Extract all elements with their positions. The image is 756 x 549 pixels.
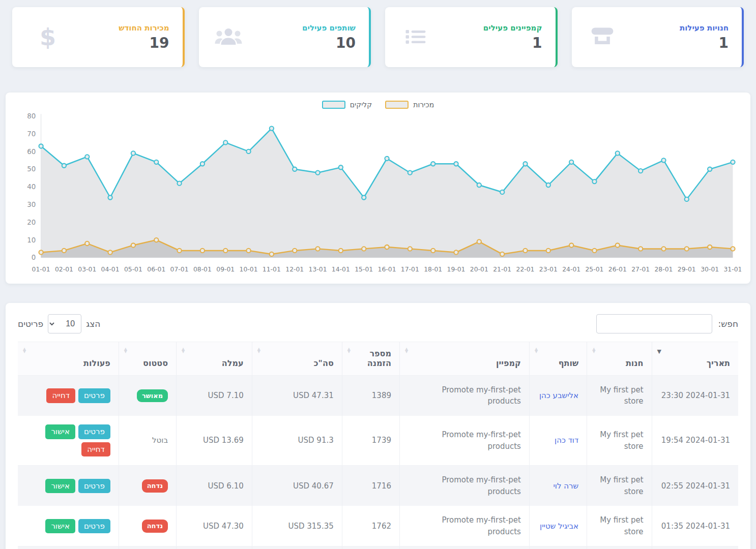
column-header-label: שותף	[559, 358, 578, 368]
details-button[interactable]: פרטים	[78, 388, 110, 403]
svg-text:09-01: 09-01	[216, 266, 235, 273]
cell-campaign	[400, 546, 530, 549]
cell-store: My first pet store	[587, 375, 652, 416]
table-search-group: חפש:	[596, 314, 739, 333]
svg-text:20-01: 20-01	[470, 266, 488, 273]
partner-link[interactable]: שרה לוי	[554, 481, 579, 491]
table-row: 2024-01-31 02:55My first pet storeשרה לו…	[18, 466, 738, 506]
reject-button[interactable]: דחייה	[81, 442, 110, 457]
legend-item-מכירות[interactable]: מכירות	[385, 101, 434, 109]
column-header-actions[interactable]: פעולות▲▼	[18, 342, 119, 375]
svg-text:31-01: 31-01	[723, 266, 741, 273]
column-header-label: מספר הזמנה	[367, 349, 391, 368]
cell-actions: פרטיםאישור	[18, 466, 119, 506]
svg-text:40: 40	[27, 183, 36, 191]
partner-link[interactable]: דוד כהן	[555, 436, 578, 445]
cell-date	[652, 546, 738, 549]
svg-text:04-01: 04-01	[101, 266, 120, 273]
column-header-partner[interactable]: שותף▲▼	[529, 342, 587, 375]
details-button[interactable]: פרטים	[78, 424, 110, 439]
column-header-label: חנות	[626, 358, 644, 368]
column-header-store[interactable]: חנות▲▼	[587, 342, 652, 375]
cell-partner: אביגיל שטיין	[529, 506, 587, 546]
status-badge-rejected: נדחה	[142, 479, 168, 493]
column-header-order[interactable]: מספר הזמנה▲▼	[342, 342, 399, 375]
column-header-label: סטטוס	[143, 358, 168, 368]
page-size-group: הצג 10 פריטים	[18, 314, 100, 333]
cell-date: 2024-01-31 02:55	[652, 466, 738, 506]
svg-text:30: 30	[27, 201, 36, 208]
cell-order	[342, 546, 399, 549]
approve-button[interactable]: אישור	[45, 519, 75, 534]
cell-store: My first pet store	[587, 506, 652, 546]
svg-text:26-01: 26-01	[608, 266, 627, 273]
svg-text:70: 70	[27, 130, 36, 138]
svg-text:22-01: 22-01	[516, 266, 535, 273]
svg-text:13-01: 13-01	[309, 266, 327, 273]
svg-text:0: 0	[32, 254, 36, 261]
svg-text:12-01: 12-01	[285, 266, 304, 273]
cell-date: 2024-01-31 19:54	[652, 416, 738, 466]
details-button[interactable]: פרטים	[78, 519, 110, 534]
column-header-commission[interactable]: עמלה▲▼	[177, 342, 252, 375]
stat-card-sales: מכירות החודש19$	[12, 7, 185, 67]
status-badge-rejected: נדחה	[142, 520, 168, 533]
partner-link[interactable]: אלישבע כהן	[539, 391, 578, 400]
table-row: 2024-01-31 19:54My first pet storeדוד כה…	[18, 416, 738, 466]
sort-both-icon: ▲▼	[347, 348, 351, 353]
column-header-status[interactable]: סטטוס▲▼	[119, 342, 176, 375]
svg-text:24-01: 24-01	[562, 266, 580, 273]
stat-card-title: חנויות פעילות	[680, 23, 729, 33]
sort-both-icon: ▲▼	[124, 348, 127, 353]
cell-store	[587, 546, 652, 549]
show-label: הצג	[86, 319, 100, 329]
cell-status: מאושר	[119, 375, 176, 416]
cell-date: 2024-01-31 01:35	[652, 506, 738, 546]
column-header-label: קמפיין	[496, 358, 521, 368]
stat-card-info: חנויות פעילות1	[680, 23, 729, 51]
sort-both-icon: ▲▼	[405, 348, 408, 353]
partner-link[interactable]: אביגיל שטיין	[540, 522, 578, 531]
legend-item-קליקים[interactable]: קליקים	[322, 101, 372, 109]
svg-text:80: 80	[27, 112, 36, 120]
stat-card-campaigns: קמפיינים פעילים1	[385, 7, 558, 67]
cell-campaign: Promote my-first-pet products	[400, 506, 530, 546]
orders-table-panel: חפש: הצג 10 פריטים תאריך▼חנות▲▼שותף▲▼קמפ…	[6, 303, 750, 549]
page-size-select[interactable]: 10	[48, 314, 81, 333]
cell-total	[252, 546, 342, 549]
svg-text:29-01: 29-01	[678, 266, 696, 273]
cell-commission: USD 47.30	[177, 506, 252, 546]
cell-store: My first pet store	[587, 416, 652, 466]
svg-text:30-01: 30-01	[701, 266, 719, 273]
column-header-total[interactable]: סה"כ▲▼	[252, 342, 342, 375]
cell-order: 1739	[342, 416, 399, 466]
svg-text:02-01: 02-01	[55, 266, 73, 273]
svg-text:15-01: 15-01	[355, 266, 373, 273]
legend-swatch	[385, 101, 409, 109]
status-text: בוטל	[152, 436, 168, 445]
cell-actions: פרטיםדחייה	[18, 375, 119, 416]
cell-partner	[529, 546, 587, 549]
stat-card-stores: חנויות פעילות1	[572, 7, 744, 67]
cell-order: 1762	[342, 506, 399, 546]
column-header-campaign[interactable]: קמפיין▲▼	[400, 342, 530, 375]
stat-card-info: מכירות החודש19	[119, 23, 169, 51]
cell-campaign: Promote my-first-pet products	[400, 466, 530, 506]
details-button[interactable]: פרטים	[78, 479, 110, 494]
search-input[interactable]	[596, 314, 712, 333]
table-row: 2024-01-31 23:30My first pet storeאלישבע…	[18, 375, 738, 416]
svg-text:07-01: 07-01	[170, 266, 189, 273]
approve-button[interactable]: אישור	[45, 424, 75, 439]
approve-button[interactable]: אישור	[45, 479, 75, 494]
cell-date: 2024-01-31 23:30	[652, 375, 738, 416]
column-header-date[interactable]: תאריך▼	[652, 342, 738, 375]
svg-text:03-01: 03-01	[78, 266, 96, 273]
chart-svg: 0102030405060708001-0102-0103-0104-0105-…	[15, 112, 741, 277]
cell-commission: USD 13.69	[177, 416, 252, 466]
cell-status	[119, 546, 176, 549]
reject-button[interactable]: דחייה	[46, 388, 75, 403]
sort-both-icon: ▲▼	[535, 348, 538, 353]
sort-both-icon: ▲▼	[23, 348, 26, 353]
svg-text:50: 50	[27, 165, 36, 173]
cell-order: 1389	[342, 375, 399, 416]
